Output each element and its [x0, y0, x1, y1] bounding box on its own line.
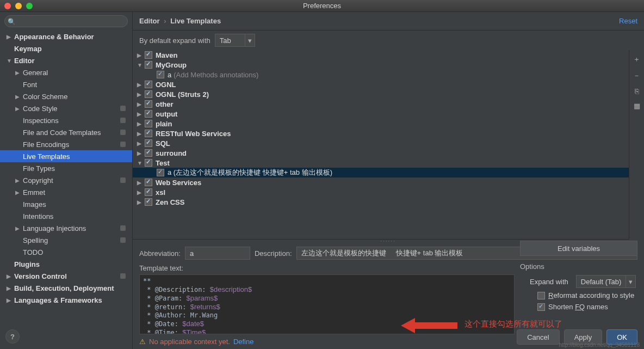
- sidebar-item[interactable]: Live Templates: [0, 150, 132, 162]
- sidebar-item[interactable]: ▶Copyright: [0, 174, 132, 186]
- copy-icon[interactable]: ⎘: [635, 87, 639, 95]
- settings-icon[interactable]: ▦: [634, 102, 640, 110]
- sidebar-item[interactable]: Plugins: [0, 258, 132, 270]
- expand-row: By default expand with Tab ▾: [133, 30, 644, 50]
- template-group[interactable]: ▶RESTful Web Services: [133, 128, 629, 138]
- template-group[interactable]: ▶plain: [133, 119, 629, 128]
- watermark: http://blog.csdn.net/qq_34581118: [559, 342, 640, 348]
- sidebar-search[interactable]: [4, 15, 128, 27]
- close-btn[interactable]: [4, 3, 11, 9]
- sidebar-item[interactable]: ▼Editor: [0, 54, 132, 66]
- breadcrumb-row: Editor › Live Templates Reset: [133, 12, 644, 30]
- sidebar-item[interactable]: ▶Code Style: [0, 102, 132, 114]
- template-group[interactable]: ▶xsl: [133, 187, 629, 197]
- sidebar-item[interactable]: Images: [0, 198, 132, 210]
- sidebar-item[interactable]: ▶Language Injections: [0, 222, 132, 234]
- sidebar-item[interactable]: Inspections: [0, 114, 132, 126]
- template-group[interactable]: ▶SQL: [133, 138, 629, 148]
- add-icon[interactable]: ＋: [633, 54, 640, 64]
- template-group[interactable]: ▶surround: [133, 148, 629, 158]
- chevron-down-icon[interactable]: ▾: [245, 34, 255, 47]
- main-panel: Editor › Live Templates Reset By default…: [133, 12, 644, 349]
- define-link[interactable]: Define: [233, 338, 254, 346]
- sidebar-item[interactable]: File Types: [0, 162, 132, 174]
- expand-with-label: Expand with: [530, 278, 568, 286]
- remove-icon[interactable]: －: [633, 71, 640, 81]
- sidebar-item[interactable]: Font: [0, 78, 132, 90]
- options-title: Options: [520, 262, 637, 271]
- template-group[interactable]: ▶Maven: [133, 50, 629, 60]
- sidebar-item[interactable]: File Encodings: [0, 138, 132, 150]
- expand-select[interactable]: Tab: [215, 34, 245, 47]
- sidebar-item[interactable]: ▶Version Control: [0, 270, 132, 282]
- abbr-input[interactable]: [185, 247, 250, 260]
- template-group[interactable]: ▼MyGroup: [133, 60, 629, 70]
- edit-variables-button[interactable]: Edit variables: [520, 241, 637, 256]
- titlebar: Preferences: [0, 0, 644, 12]
- breadcrumb-b: Live Templates: [170, 17, 221, 25]
- reset-link[interactable]: Reset: [619, 17, 637, 25]
- desc-label: Description:: [255, 249, 292, 258]
- sidebar-item[interactable]: Spelling: [0, 234, 132, 246]
- template-group[interactable]: ▶other: [133, 99, 629, 109]
- help-button[interactable]: ?: [5, 329, 20, 344]
- breadcrumb-a[interactable]: Editor: [139, 17, 160, 25]
- template-item[interactable]: a (左边这个就是模板的快捷键 快捷键+ tab 输出模板): [133, 168, 629, 177]
- expand-with-select[interactable]: Default (Tab): [576, 275, 626, 288]
- expand-label: By default expand with: [139, 36, 210, 45]
- zoom-btn[interactable]: [26, 3, 33, 9]
- sidebar-tree: ▶Appearance & BehaviorKeymap▼Editor▶Gene…: [0, 30, 132, 324]
- warn-icon: ⚠: [139, 338, 146, 346]
- shorten-label: Shorten FQ names: [548, 303, 608, 311]
- template-item[interactable]: a(Add Methods annotations): [133, 70, 629, 79]
- template-group[interactable]: ▶Zen CSS: [133, 197, 629, 207]
- reformat-checkbox[interactable]: [537, 292, 545, 299]
- window-title: Preferences: [303, 2, 341, 10]
- sidebar-item[interactable]: ▶General: [0, 66, 132, 78]
- sidebar-item[interactable]: ▶Languages & Frameworks: [0, 294, 132, 306]
- template-group[interactable]: ▶OGNL: [133, 79, 629, 89]
- context-text: No applicable context yet.: [149, 338, 230, 346]
- sidebar-item[interactable]: ▶Emmet: [0, 186, 132, 198]
- right-panel: Edit variables Options Expand with Defau…: [520, 207, 637, 314]
- sidebar-item[interactable]: TODO: [0, 246, 132, 258]
- annotation-text: 这个直接勾选所有就可以了: [465, 319, 562, 329]
- sidebar-item[interactable]: ▶Color Scheme: [0, 90, 132, 102]
- abbr-label: Abbreviation:: [139, 249, 181, 258]
- shorten-checkbox[interactable]: [537, 303, 545, 311]
- sidebar-item[interactable]: ▶Appearance & Behavior: [0, 30, 132, 42]
- template-group[interactable]: ▼Test: [133, 158, 629, 168]
- minimize-btn[interactable]: [15, 3, 22, 9]
- sidebar-item[interactable]: Keymap: [0, 42, 132, 54]
- traffic-lights: [4, 3, 33, 9]
- chevron-down-icon[interactable]: ▾: [626, 275, 636, 288]
- sidebar-item[interactable]: File and Code Templates: [0, 126, 132, 138]
- template-group[interactable]: ▶output: [133, 109, 629, 119]
- sidebar-item[interactable]: ▶Build, Execution, Deployment: [0, 282, 132, 294]
- sidebar: 🔍 ▶Appearance & BehaviorKeymap▼Editor▶Ge…: [0, 12, 133, 349]
- reformat-label: Reformat according to style: [548, 291, 634, 299]
- sidebar-item[interactable]: Intentions: [0, 210, 132, 222]
- search-icon: 🔍: [8, 18, 16, 26]
- template-group[interactable]: ▶OGNL (Struts 2): [133, 89, 629, 99]
- cancel-button[interactable]: Cancel: [517, 329, 559, 345]
- template-text-editor[interactable]: ** * @Description: $description$ * @Para…: [139, 274, 515, 334]
- breadcrumb-sep: ›: [162, 17, 168, 25]
- template-group[interactable]: ▶Web Services: [133, 177, 629, 187]
